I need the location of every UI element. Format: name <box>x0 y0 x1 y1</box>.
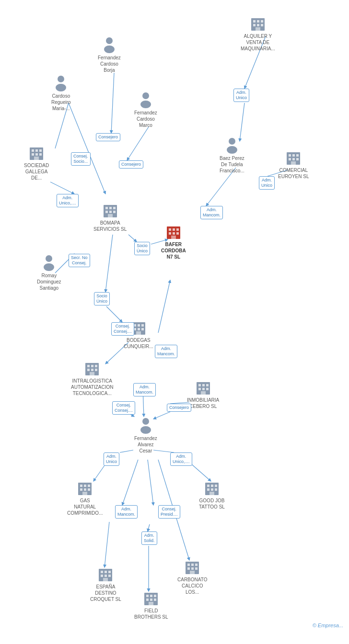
node-fernandez-cardoso-borja: Fernandez Cardoso Borja <box>98 36 121 73</box>
node-carbonato-calcico: CARBONATO CALCICO LOS... <box>177 558 207 595</box>
svg-rect-32 <box>257 20 259 23</box>
bomapa-label: BOMAPA SERVICIOS SL <box>93 220 127 232</box>
svg-line-26 <box>148 460 153 505</box>
svg-line-5 <box>127 127 149 160</box>
svg-rect-143 <box>191 567 194 570</box>
romay-dominguez-label: Romay Dominguez Santiago <box>37 272 61 291</box>
svg-rect-56 <box>292 154 295 157</box>
svg-point-104 <box>142 418 149 425</box>
svg-rect-133 <box>154 595 156 597</box>
svg-rect-93 <box>91 369 93 371</box>
edge-adm-unico-euroyen: Adm.Unico <box>259 176 275 190</box>
svg-rect-128 <box>108 575 111 577</box>
espana-destino-label: ESPAÑA DESTINO CROQUET SL <box>90 584 121 602</box>
node-sociedad-gallega: SOCIEDAD GALLEGA DE... <box>24 144 49 181</box>
bafer-cordoba-label: BAFER CORDOBA N7 SL <box>161 241 186 260</box>
node-good-job-tattoo: GOOD JOB TATTOO SL <box>199 479 225 510</box>
svg-rect-90 <box>91 365 93 367</box>
svg-rect-91 <box>95 365 97 367</box>
svg-line-12 <box>105 235 113 292</box>
svg-rect-103 <box>201 391 206 395</box>
svg-rect-83 <box>141 324 144 327</box>
svg-rect-31 <box>253 20 256 23</box>
svg-rect-123 <box>101 571 103 573</box>
svg-rect-100 <box>198 388 201 390</box>
svg-rect-94 <box>95 369 97 371</box>
svg-rect-101 <box>202 388 205 390</box>
svg-line-24 <box>122 460 138 505</box>
svg-rect-144 <box>195 567 198 570</box>
svg-rect-51 <box>34 157 39 160</box>
graph-container: ALQUILER Y VENTA DE MAQUINARIA... Fernan… <box>0 0 349 632</box>
svg-rect-33 <box>261 20 263 23</box>
svg-rect-61 <box>291 161 296 165</box>
svg-rect-145 <box>190 571 195 574</box>
edge-adm-unico-gas: Adm.Unico <box>104 452 119 466</box>
edge-consejero-2: Consejero <box>119 160 143 169</box>
svg-rect-34 <box>253 24 256 26</box>
svg-rect-35 <box>257 24 259 26</box>
edge-adm-mancom-gas: Adm.Mancom. <box>115 505 138 519</box>
svg-rect-119 <box>211 488 213 491</box>
fernandez-cardoso-marco-label: Fernandez Cardoso Marco <box>134 110 157 128</box>
svg-rect-109 <box>88 485 90 487</box>
fernandez-cardoso-borja-label: Fernandez Cardoso Borja <box>98 55 121 73</box>
svg-rect-92 <box>87 369 90 371</box>
svg-rect-134 <box>146 599 149 601</box>
edge-adm-unico-2: Adm.Unico,.... <box>57 194 79 207</box>
node-fernandez-cardoso-marco: Fernandez Cardoso Marco <box>134 91 157 128</box>
svg-rect-49 <box>35 153 38 156</box>
fernandez-alvarez-label: Fernandez Alvarez Cesar <box>134 435 157 454</box>
node-field-brothers: FIELD BROTHERS SL <box>134 589 168 620</box>
node-romay-dominguez: Romay Dominguez Santiago <box>37 254 61 291</box>
svg-rect-60 <box>296 158 299 160</box>
svg-rect-97 <box>198 384 201 386</box>
cardoso-regueiro-label: Cardoso Regueiro Maria-... <box>51 93 71 112</box>
edge-adm-unico-good: Adm.Unico,.... <box>170 452 192 466</box>
svg-rect-89 <box>87 365 90 367</box>
svg-rect-37 <box>256 27 260 31</box>
node-bafer-cordoba: BAFER CORDOBA N7 SL <box>161 223 186 260</box>
svg-line-20 <box>120 450 133 452</box>
svg-rect-125 <box>108 571 111 573</box>
node-fernandez-alvarez: Fernandez Alvarez Cesar <box>134 417 157 454</box>
carbonato-calcico-label: CARBONATO CALCICO LOS... <box>177 576 207 595</box>
svg-rect-63 <box>105 207 108 209</box>
svg-point-41 <box>56 84 66 91</box>
svg-rect-75 <box>173 232 175 235</box>
comercial-euroyen-label: COMERCIAL EUROYEN SL <box>278 167 309 180</box>
node-baez-perez: Baez Perez De Tudela Francisco... <box>220 136 244 174</box>
svg-rect-98 <box>202 384 205 386</box>
svg-rect-139 <box>187 564 190 566</box>
node-alquiler: ALQUILER Y VENTA DE MAQUINARIA... <box>241 14 275 52</box>
edge-adm-solid: Adm.Solid. <box>141 531 157 545</box>
svg-rect-87 <box>136 331 141 335</box>
svg-rect-57 <box>296 154 299 157</box>
svg-rect-58 <box>289 158 291 160</box>
svg-rect-71 <box>169 228 171 231</box>
svg-rect-107 <box>80 485 82 487</box>
svg-rect-59 <box>292 158 295 160</box>
svg-line-2 <box>111 73 114 133</box>
svg-line-6 <box>50 182 74 194</box>
svg-rect-110 <box>80 488 82 491</box>
good-job-tattoo-label: GOOD JOB TATTOO SL <box>199 497 225 510</box>
sociedad-gallega-label: SOCIEDAD GALLEGA DE... <box>24 162 49 181</box>
edge-adm-mancom-bodegas: Adm.Mancom. <box>155 345 177 358</box>
svg-point-105 <box>140 426 151 434</box>
edge-consejero-inmob: Consejero <box>167 404 191 412</box>
alquiler-label: ALQUILER Y VENTA DE MAQUINARIA... <box>241 33 275 52</box>
svg-point-42 <box>142 92 149 99</box>
watermark: © Empresa... <box>313 622 343 628</box>
svg-rect-86 <box>141 328 144 330</box>
edge-consejero-1: Consejero <box>96 133 120 141</box>
svg-rect-111 <box>84 488 86 491</box>
svg-rect-69 <box>108 214 113 217</box>
svg-rect-73 <box>176 228 179 231</box>
svg-rect-108 <box>84 485 86 487</box>
node-comercial-euroyen: COMERCIAL EUROYEN SL <box>278 148 309 180</box>
svg-rect-77 <box>171 236 176 239</box>
svg-rect-64 <box>109 207 112 209</box>
edge-adm-mancom-baez: Adm.Mancom. <box>200 206 223 219</box>
svg-rect-48 <box>32 153 34 156</box>
